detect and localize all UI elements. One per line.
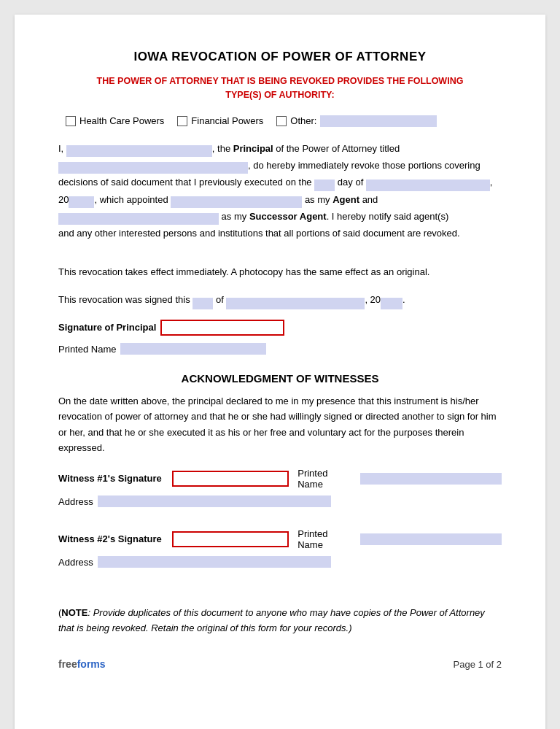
financial-label: Financial Powers — [191, 115, 263, 126]
witness2-row: Witness #2's Signature Printed Name Addr… — [58, 528, 502, 568]
ack-description: On the date written above, the principal… — [58, 393, 502, 456]
other-label: Other: — [290, 115, 316, 126]
witness2-sig-field[interactable] — [172, 531, 289, 547]
witness1-printed-name-field[interactable] — [360, 473, 502, 485]
poa-title-field[interactable] — [58, 162, 248, 174]
authority-type-row: Health Care Powers Financial Powers Othe… — [58, 115, 502, 127]
freeforms-logo: freeforms — [58, 658, 106, 670]
health-care-label: Health Care Powers — [79, 115, 164, 126]
other-checkbox-item[interactable]: Other: — [276, 115, 437, 127]
witness2-printed-name-field[interactable] — [360, 533, 502, 545]
witness2-printed-label: Printed Name — [298, 528, 354, 550]
body-day-of: day of — [335, 177, 366, 188]
document-title: Iowa Revocation of Power of Attorney — [58, 50, 502, 64]
health-care-checkbox-item[interactable]: Health Care Powers — [66, 115, 164, 126]
principal-printed-row: Printed Name — [58, 343, 502, 355]
executed-year-field[interactable] — [69, 196, 94, 208]
other-input[interactable] — [320, 115, 437, 127]
signed-date-row: This revocation was signed this of , 20. — [58, 290, 502, 309]
body-decisions-text: decisions of said document that I previo… — [58, 177, 314, 188]
signed-year-field[interactable] — [381, 298, 402, 309]
body-20-prefix: 20 — [58, 194, 69, 205]
body-comma: , — [490, 177, 493, 188]
body-as-agent: as my Agent and — [302, 194, 378, 205]
witness2-addr-label: Address — [58, 557, 93, 568]
witness1-sig-field[interactable] — [172, 471, 289, 487]
executed-month-year-field[interactable] — [366, 180, 490, 191]
principal-signature-row: Signature of Principal — [58, 320, 502, 336]
witness1-sig-line: Witness #1's Signature Printed Name — [58, 468, 502, 490]
witness1-addr-field[interactable] — [98, 495, 331, 507]
body-revoke-text: , do hereby immediately revoke those por… — [248, 160, 481, 171]
principal-signature-field[interactable] — [160, 320, 284, 336]
executed-day-field[interactable] — [314, 180, 335, 191]
principal-printed-name-field[interactable] — [120, 343, 266, 355]
note-section: (NOTE: Provide duplicates of this docume… — [58, 590, 502, 636]
witness1-addr-line: Address — [58, 495, 502, 507]
note-bold: NOTE — [61, 607, 88, 618]
body-successor-text: as my Successor Agent. I hereby notify s… — [219, 211, 448, 222]
document-subtitle: The Power of Attorney that is being revo… — [58, 74, 502, 102]
note-text: : Provide duplicates of this document to… — [58, 607, 485, 633]
witness1-printed-label: Printed Name — [298, 468, 354, 490]
financial-checkbox[interactable] — [177, 116, 187, 126]
signed-day-field[interactable] — [192, 298, 213, 309]
witness1-sig-label: Witness #1's Signature — [58, 473, 162, 484]
signed-month-field[interactable] — [226, 298, 365, 309]
witness1-row: Witness #1's Signature Printed Name Addr… — [58, 468, 502, 507]
witness2-addr-field[interactable] — [98, 556, 331, 568]
other-checkbox[interactable] — [276, 116, 287, 126]
witness2-addr-line: Address — [58, 556, 502, 568]
financial-checkbox-item[interactable]: Financial Powers — [177, 115, 263, 126]
principal-name-field[interactable] — [66, 145, 212, 157]
document-page: Iowa Revocation of Power of Attorney The… — [15, 15, 545, 729]
body-principal-text: , the Principal of the Power of Attorney… — [212, 143, 400, 154]
printed-name-label: Printed Name — [58, 344, 116, 355]
witness2-sig-line: Witness #2's Signature Printed Name — [58, 528, 502, 550]
sig-principal-label: Signature of Principal — [58, 322, 156, 333]
witness2-sig-label: Witness #2's Signature — [58, 533, 162, 544]
body-paragraph: I, , the Principal of the Power of Attor… — [58, 140, 502, 242]
ack-title: Acknowledgment of Witnesses — [58, 372, 502, 385]
body-appointed: , which appointed — [94, 194, 171, 205]
body-i-label: I, — [58, 143, 66, 154]
health-care-checkbox[interactable] — [66, 116, 76, 126]
successor-agent-field[interactable] — [58, 213, 219, 225]
document-footer: freeforms Page 1 of 2 — [58, 658, 502, 670]
page-number: Page 1 of 2 — [454, 659, 502, 670]
body-revoked-text: and any other interested persons and ins… — [58, 228, 460, 239]
agent-name-field[interactable] — [171, 196, 302, 208]
effect-paragraph: This revocation takes effect immediately… — [58, 255, 502, 277]
witness1-addr-label: Address — [58, 496, 93, 507]
